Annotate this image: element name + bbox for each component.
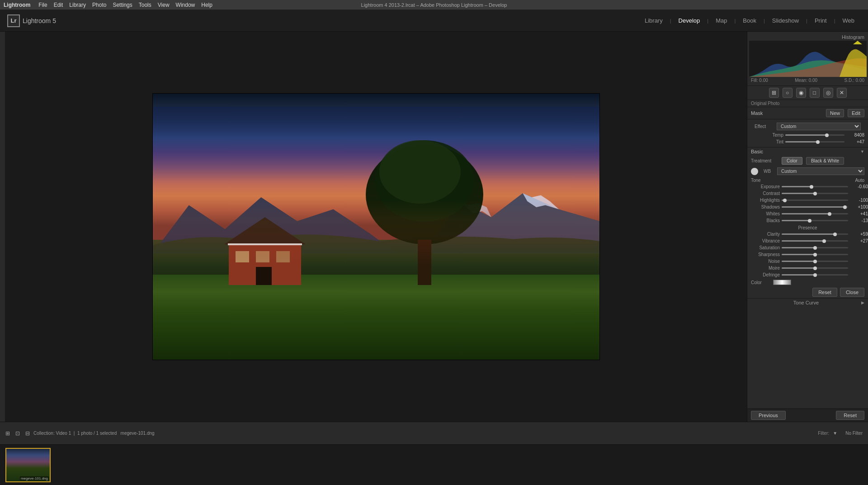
tone-auto-btn[interactable]: Auto xyxy=(855,178,864,183)
app-title: Lightroom 5 xyxy=(23,17,56,24)
effect-select[interactable]: CustomAutoSoftHard xyxy=(777,123,861,130)
original-photo-label: Original Photo xyxy=(747,100,868,107)
center-panel xyxy=(5,32,747,422)
menu-view[interactable]: View xyxy=(158,2,170,8)
reset-btn[interactable]: Reset xyxy=(812,288,837,297)
close-btn[interactable]: Close xyxy=(840,288,864,297)
shadows-value: +100 xyxy=(850,204,868,209)
menu-file[interactable]: File xyxy=(38,2,47,8)
module-print[interactable]: Print xyxy=(808,14,833,27)
saturation-slider[interactable] xyxy=(782,247,848,248)
contrast-slider[interactable] xyxy=(782,193,848,194)
menu-window[interactable]: Window xyxy=(176,2,195,8)
noise-label: Noise xyxy=(747,259,780,264)
module-book[interactable]: Book xyxy=(736,14,763,27)
noise-slider[interactable] xyxy=(782,261,848,262)
sharpness-slider[interactable] xyxy=(782,254,848,255)
sep6: | xyxy=(834,18,835,24)
header: Lr Lightroom 5 Library | Develop | Map |… xyxy=(0,10,868,32)
reset-bottom-btn[interactable]: Reset xyxy=(836,411,864,420)
mask-label: Mask xyxy=(751,110,763,116)
module-slideshow[interactable]: Slideshow xyxy=(766,14,805,27)
hist-fill: Fill: 0.00 xyxy=(751,78,768,83)
mask-section: Mask New Edit xyxy=(747,107,868,119)
wb-select[interactable]: Custom xyxy=(777,167,864,175)
photo-container xyxy=(5,32,747,422)
effect-row: Effect CustomAutoSoftHard xyxy=(751,121,864,132)
exposure-row: Exposure -0.60 xyxy=(747,183,868,190)
menu-library[interactable]: Library xyxy=(69,2,86,8)
shadows-label: Shadows xyxy=(747,204,780,209)
menu-help[interactable]: Help xyxy=(201,2,212,8)
tint-slider[interactable] xyxy=(785,141,844,143)
clarity-label: Clarity xyxy=(747,232,780,237)
previous-btn[interactable]: Previous xyxy=(751,411,786,420)
tone-label: Tone xyxy=(751,178,761,183)
highlights-value: -100 xyxy=(850,198,868,203)
nav-icon[interactable]: ⊞ xyxy=(5,430,10,437)
module-map[interactable]: Map xyxy=(709,14,733,27)
menu-tools[interactable]: Tools xyxy=(139,2,151,8)
histogram-title: Histogram xyxy=(749,33,866,41)
moire-label: Moire xyxy=(747,266,780,271)
moire-slider[interactable] xyxy=(782,267,848,269)
sort-icon[interactable]: ⊟ xyxy=(25,430,30,437)
contrast-row: Contrast xyxy=(747,190,868,197)
tool-grad[interactable]: □ xyxy=(810,88,820,98)
wb-row: WB Custom xyxy=(747,166,868,176)
basic-section-title: Basic xyxy=(751,149,763,154)
module-web[interactable]: Web xyxy=(836,14,861,27)
vibrance-value: +27 xyxy=(850,238,868,243)
color-swatch[interactable] xyxy=(773,280,791,285)
original-photo-text: Original Photo xyxy=(751,101,779,106)
tint-label: Tint xyxy=(751,139,783,144)
filter-label: Filter: xyxy=(818,431,829,436)
treatment-color-btn[interactable]: Color xyxy=(782,157,802,165)
eyedropper-icon[interactable] xyxy=(751,168,758,175)
defringe-row: Defringe xyxy=(747,271,868,278)
blacks-slider[interactable] xyxy=(782,220,848,221)
highlights-row: Highlights -100 xyxy=(747,197,868,204)
sep2: | xyxy=(707,18,708,24)
clarity-slider[interactable] xyxy=(782,233,848,235)
filmstrip: megeve-101.dng xyxy=(0,444,868,485)
treatment-bw-btn[interactable]: Black & White xyxy=(806,157,844,165)
saturation-row: Saturation xyxy=(747,244,868,251)
shadows-slider[interactable] xyxy=(782,206,848,208)
highlights-slider[interactable] xyxy=(782,200,848,201)
module-develop[interactable]: Develop xyxy=(672,14,707,27)
tool-crop[interactable]: ⊞ xyxy=(769,88,779,98)
sharpness-label: Sharpness xyxy=(747,252,780,257)
menu-photo[interactable]: Photo xyxy=(92,2,106,8)
tool-spot[interactable]: ○ xyxy=(783,88,793,98)
module-library[interactable]: Library xyxy=(638,14,669,27)
left-panel xyxy=(0,32,5,422)
saturation-label: Saturation xyxy=(747,245,780,250)
vibrance-slider[interactable] xyxy=(782,240,848,242)
collection-name: Collection: Video 1 xyxy=(33,431,71,436)
filter-icon[interactable]: ▼ xyxy=(833,431,842,436)
treatment-label: Treatment xyxy=(751,158,778,163)
tone-curve-section[interactable]: Tone Curve ▶ xyxy=(747,298,868,307)
tool-redeye[interactable]: ◉ xyxy=(796,88,806,98)
histogram-canvas xyxy=(749,41,867,77)
filmstrip-thumb-0[interactable]: megeve-101.dng xyxy=(5,448,51,482)
window-title: Lightroom 4 2013-2.lrcat – Adobe Photosh… xyxy=(361,2,507,8)
sep1: | xyxy=(670,18,671,24)
grid-icon[interactable]: ⊡ xyxy=(15,430,20,437)
tool-radial[interactable]: ◎ xyxy=(823,88,833,98)
defringe-slider[interactable] xyxy=(782,274,848,276)
vibrance-row: Vibrance +27 xyxy=(747,238,868,244)
exposure-slider[interactable] xyxy=(782,186,848,187)
mask-new-btn[interactable]: New xyxy=(826,109,844,117)
basic-panel-header[interactable]: Basic ▼ xyxy=(747,147,868,156)
tool-adjust[interactable]: ✕ xyxy=(837,88,847,98)
mask-edit-btn[interactable]: Edit xyxy=(848,109,864,117)
menu-settings[interactable]: Settings xyxy=(113,2,132,8)
temp-slider[interactable] xyxy=(785,134,844,136)
menu-edit[interactable]: Edit xyxy=(54,2,63,8)
presence-header: Presence xyxy=(747,224,868,231)
wb-label: WB xyxy=(764,169,774,174)
whites-slider[interactable] xyxy=(782,213,848,214)
sep3: | xyxy=(734,18,736,24)
